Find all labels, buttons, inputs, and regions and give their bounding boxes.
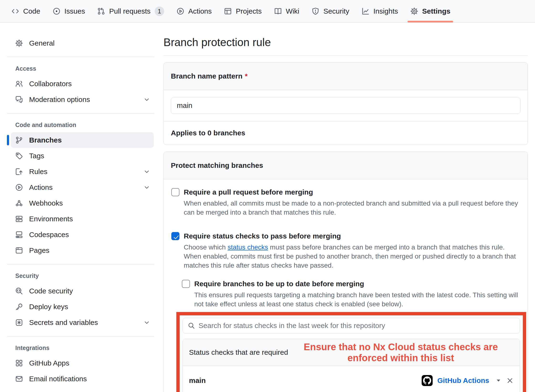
sidebar-item-webhooks[interactable]: Webhooks xyxy=(11,195,154,211)
tab-code[interactable]: Code xyxy=(5,0,47,22)
divider xyxy=(7,113,154,113)
remove-status-check-button[interactable] xyxy=(506,377,514,384)
gear-icon xyxy=(410,7,418,15)
branch-name-pattern-header: Branch name pattern* xyxy=(164,63,528,90)
sidebar-section-integrations: Integrations xyxy=(15,344,154,351)
tab-label: Settings xyxy=(422,7,450,15)
option-require-up-to-date: Require branches to be up to date before… xyxy=(182,280,520,309)
page-title: Branch protection rule xyxy=(163,36,528,56)
require-status-checks-checkbox[interactable] xyxy=(171,232,179,240)
asterisk-box-icon xyxy=(15,319,23,326)
codescan-icon xyxy=(15,287,23,295)
sidebar-item-codespaces[interactable]: Codespaces xyxy=(11,227,154,242)
tab-label: Issues xyxy=(64,7,85,15)
tab-insights[interactable]: Insights xyxy=(356,0,404,22)
search-icon xyxy=(188,322,195,329)
caret-down-icon xyxy=(495,377,502,384)
status-check-row: main GitHub Actions xyxy=(183,366,520,392)
protect-matching-branches-card: Protect matching branches Require a pull… xyxy=(163,152,528,392)
tab-pull-requests[interactable]: Pull requests 1 xyxy=(91,0,170,22)
option-require-status-checks: Require status checks to pass before mer… xyxy=(171,232,520,270)
sidebar-item-actions[interactable]: Actions xyxy=(11,180,154,195)
status-checks-link[interactable]: status checks xyxy=(228,244,268,251)
tab-label: Pull requests xyxy=(109,7,150,15)
key-icon xyxy=(15,303,23,311)
webhook-icon xyxy=(15,199,23,207)
tab-label: Projects xyxy=(236,7,262,15)
sidebar-item-deploy-keys[interactable]: Deploy keys xyxy=(11,299,154,314)
divider xyxy=(7,264,154,264)
people-icon xyxy=(15,80,23,88)
branch-name-pattern-card: Branch name pattern* Applies to 0 branch… xyxy=(163,62,528,145)
tab-projects[interactable]: Projects xyxy=(218,0,268,22)
status-checks-search-input[interactable] xyxy=(183,318,520,334)
sidebar-item-branches[interactable]: Branches xyxy=(11,132,154,148)
chevron-down-icon xyxy=(143,96,150,103)
tab-label: Wiki xyxy=(286,7,299,15)
rules-icon xyxy=(15,168,23,175)
git-pull-request-icon xyxy=(97,7,105,15)
repo-nav: Code Issues Pull requests 1 Actions Proj… xyxy=(0,0,535,23)
tab-security[interactable]: Security xyxy=(305,0,355,22)
gear-icon xyxy=(15,39,23,47)
chevron-down-icon xyxy=(143,184,150,191)
require-pull-request-checkbox[interactable] xyxy=(171,188,179,196)
tab-wiki[interactable]: Wiki xyxy=(268,0,306,22)
github-actions-logo xyxy=(422,375,433,386)
sidebar-item-email-notifications[interactable]: Email notifications xyxy=(11,371,154,387)
option-description: When enabled, all commits must be made t… xyxy=(184,199,520,217)
sidebar-item-tags[interactable]: Tags xyxy=(11,148,154,164)
server-icon xyxy=(15,215,23,223)
tab-label: Insights xyxy=(373,7,398,15)
tab-label: Code xyxy=(23,7,40,15)
branch-name-pattern-input[interactable] xyxy=(171,97,520,114)
require-up-to-date-checkbox[interactable] xyxy=(182,280,190,288)
github-mark-icon xyxy=(423,376,431,385)
sidebar-item-moderation-options[interactable]: Moderation options xyxy=(11,92,154,107)
required-status-checks-header: Status checks that are required Ensure t… xyxy=(183,339,520,366)
tab-label: Security xyxy=(323,7,349,15)
applies-to-branches-text: Applies to 0 branches xyxy=(164,121,528,145)
github-actions-link[interactable]: GitHub Actions xyxy=(437,376,489,385)
play-icon xyxy=(177,7,184,15)
protect-matching-branches-header: Protect matching branches xyxy=(164,152,528,179)
tab-issues[interactable]: Issues xyxy=(47,0,91,22)
option-description: This ensures pull requests targeting a m… xyxy=(194,291,520,309)
book-icon xyxy=(274,7,282,15)
divider xyxy=(7,336,154,336)
status-check-name: main xyxy=(189,376,206,385)
chevron-down-icon xyxy=(143,168,150,175)
sidebar-item-general[interactable]: General xyxy=(11,35,154,51)
status-check-dropdown-button[interactable] xyxy=(495,377,502,384)
main-content: Branch protection rule Branch name patte… xyxy=(163,23,528,392)
mail-icon xyxy=(15,375,23,383)
chevron-down-icon xyxy=(143,319,150,326)
apps-icon xyxy=(15,359,23,367)
codespaces-icon xyxy=(15,231,23,238)
close-icon xyxy=(506,377,514,384)
tab-settings[interactable]: Settings xyxy=(404,0,456,22)
required-asterisk: * xyxy=(245,72,248,80)
sidebar-item-collaborators[interactable]: Collaborators xyxy=(11,76,154,91)
required-status-checks-list: Status checks that are required Ensure t… xyxy=(183,339,520,392)
sidebar-item-rules[interactable]: Rules xyxy=(11,164,154,179)
sidebar-section-code-automation: Code and automation xyxy=(15,122,154,128)
git-branch-icon xyxy=(15,136,23,144)
pull-requests-count-badge: 1 xyxy=(155,6,164,16)
annotation-highlight-box: Status checks that are required Ensure t… xyxy=(176,312,526,392)
sidebar-item-github-apps[interactable]: GitHub Apps xyxy=(11,355,154,371)
sidebar-item-environments[interactable]: Environments xyxy=(11,211,154,227)
tab-label: Actions xyxy=(188,7,212,15)
tab-actions[interactable]: Actions xyxy=(170,0,218,22)
sidebar-item-code-security[interactable]: Code security xyxy=(11,283,154,299)
browser-icon xyxy=(15,247,23,254)
settings-sidebar: General Access Collaborators Moderation … xyxy=(0,23,157,387)
table-icon xyxy=(224,7,232,15)
sidebar-item-pages[interactable]: Pages xyxy=(11,243,154,258)
play-icon xyxy=(15,184,23,191)
sidebar-section-security: Security xyxy=(15,272,154,279)
annotation-text: Ensure that no Nx Cloud status checks ar… xyxy=(288,341,514,363)
sidebar-item-secrets-variables[interactable]: Secrets and variables xyxy=(11,315,154,330)
shield-icon xyxy=(312,7,319,15)
tag-icon xyxy=(15,152,23,160)
